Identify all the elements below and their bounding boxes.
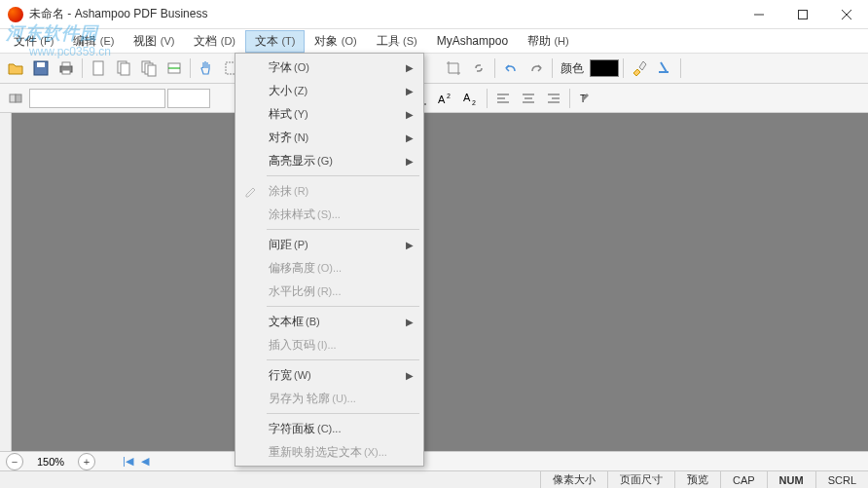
menu-help[interactable]: 帮助 (H) — [518, 30, 579, 53]
menu-item-save-as-outline[interactable]: 另存为 轮廓 (U)... — [237, 387, 421, 410]
menu-item-line-width[interactable]: 行宽 (W)▶ — [237, 363, 421, 387]
svg-rect-7 — [62, 62, 70, 66]
zoom-in-button[interactable]: + — [78, 453, 95, 470]
title-bar: 未命名 - Ashampoo PDF Business — [0, 0, 868, 29]
status-preview: 预览 — [674, 471, 720, 488]
svg-text:2: 2 — [447, 93, 451, 99]
color-label: 颜色 — [561, 60, 584, 77]
link-button[interactable] — [467, 56, 490, 80]
app-icon — [8, 7, 23, 22]
menu-item-font[interactable]: 字体 (O)▶ — [237, 56, 421, 79]
menu-text-dropdown: 字体 (O)▶ 大小 (Z)▶ 样式 (Y)▶ 对齐 (N)▶ 高亮显示 (G)… — [235, 53, 424, 467]
prev-page-button[interactable]: ◀ — [141, 455, 149, 468]
scan-button[interactable] — [163, 56, 186, 80]
menu-item-character-panel[interactable]: 字符面板 (C)... — [237, 417, 421, 440]
menu-bar: 文件 (F) 编辑 (E) 视图 (V) 文档 (D) 文本 (T) 对象 (O… — [0, 29, 868, 53]
copy-doc-button[interactable] — [112, 56, 135, 80]
svg-rect-19 — [16, 94, 21, 102]
submenu-arrow-icon: ▶ — [406, 86, 414, 96]
align-center-button[interactable] — [517, 87, 540, 110]
menu-item-insert-page-number[interactable]: 插入页码 (I)... — [237, 333, 421, 357]
subscript-button[interactable]: A2 — [459, 87, 483, 110]
menu-separator — [267, 229, 419, 230]
menu-item-horizontal-scale[interactable]: 水平比例 (R)... — [237, 280, 421, 303]
menu-text[interactable]: 文本 (T) — [245, 30, 305, 53]
submenu-arrow-icon: ▶ — [406, 109, 414, 120]
save-button[interactable] — [29, 56, 53, 80]
undo-button[interactable] — [499, 56, 523, 80]
separator — [623, 58, 624, 78]
menu-edit[interactable]: 编辑 (E) — [63, 30, 124, 53]
submenu-arrow-icon: ▶ — [406, 317, 414, 327]
menu-item-highlight[interactable]: 高亮显示 (G)▶ — [237, 149, 421, 172]
menu-separator — [267, 175, 419, 176]
menu-item-spacing[interactable]: 间距 (P)▶ — [237, 233, 421, 256]
font-size-input[interactable] — [167, 89, 210, 108]
menu-item-style[interactable]: 样式 (Y)▶ — [237, 102, 421, 126]
menu-myashampoo[interactable]: MyAshampoo — [427, 31, 518, 51]
pencil-icon — [243, 183, 259, 199]
separator — [552, 58, 553, 78]
window-buttons — [737, 0, 868, 29]
submenu-arrow-icon: ▶ — [406, 156, 414, 167]
hand-tool-button[interactable] — [195, 56, 218, 80]
status-page-size: 页面尺寸 — [607, 471, 674, 488]
separator — [487, 89, 488, 108]
svg-rect-11 — [121, 63, 129, 75]
separator — [82, 58, 83, 78]
svg-text:A: A — [463, 92, 471, 103]
font-family-input[interactable] — [29, 89, 165, 108]
separator — [494, 58, 495, 78]
menu-item-text-box[interactable]: 文本框 (B)▶ — [237, 310, 421, 333]
svg-rect-9 — [93, 61, 103, 75]
color-swatch[interactable] — [590, 59, 619, 77]
menu-file[interactable]: 文件 (F) — [4, 30, 63, 53]
align-left-button[interactable] — [491, 87, 515, 110]
menu-tools[interactable]: 工具 (S) — [367, 30, 427, 53]
document-canvas[interactable] — [12, 113, 868, 451]
menu-item-size[interactable]: 大小 (Z)▶ — [237, 79, 421, 102]
close-button[interactable] — [824, 0, 868, 29]
svg-text:2: 2 — [472, 99, 476, 106]
menu-separator — [267, 413, 419, 414]
svg-rect-5 — [37, 62, 45, 67]
multi-doc-button[interactable] — [137, 56, 161, 80]
zoom-out-button[interactable]: − — [6, 453, 23, 470]
menu-item-remap-selected-text[interactable]: 重新映射选定文本 (X)... — [237, 440, 421, 464]
menu-item-redact[interactable]: 涂抹 (R) — [237, 179, 421, 203]
status-bar: 像素大小 页面尺寸 预览 CAP NUM SCRL — [0, 470, 868, 488]
menu-item-align[interactable]: 对齐 (N)▶ — [237, 126, 421, 149]
svg-text:A: A — [438, 94, 446, 105]
redo-button[interactable] — [524, 56, 548, 80]
tab-toggle-button[interactable] — [4, 87, 27, 110]
status-cap: CAP — [720, 471, 767, 488]
menu-item-offset-height[interactable]: 偏移高度 (O)... — [237, 256, 421, 280]
marker-button[interactable] — [653, 56, 676, 80]
crop-button[interactable] — [442, 56, 465, 80]
svg-rect-18 — [10, 94, 16, 102]
new-doc-button[interactable] — [87, 56, 110, 80]
align-right-button[interactable] — [542, 87, 565, 110]
menu-separator — [267, 306, 419, 307]
menu-document[interactable]: 文档 (D) — [184, 30, 245, 53]
menu-object[interactable]: 对象 (O) — [305, 30, 366, 53]
open-button[interactable] — [4, 56, 27, 80]
submenu-arrow-icon: ▶ — [406, 370, 414, 381]
separator — [569, 89, 570, 108]
zoom-value[interactable]: 150% — [31, 456, 70, 468]
status-num: NUM — [767, 471, 815, 488]
menu-view[interactable]: 视图 (V) — [124, 30, 184, 53]
minimize-button[interactable] — [737, 0, 780, 29]
menu-separator — [267, 359, 419, 360]
first-page-button[interactable]: |◀ — [123, 455, 133, 468]
superscript-button[interactable]: A2 — [434, 87, 457, 110]
maximize-button[interactable] — [780, 0, 824, 29]
toolbar-main: 颜色 — [0, 53, 868, 84]
svg-rect-8 — [62, 70, 70, 74]
highlight-button[interactable] — [628, 56, 651, 80]
window-title: 未命名 - Ashampoo PDF Business — [29, 6, 737, 22]
menu-item-redact-style[interactable]: 涂抹样式 (S)... — [237, 203, 421, 226]
print-button[interactable] — [54, 56, 78, 80]
side-panel[interactable] — [0, 113, 12, 451]
text-settings-button[interactable]: T — [574, 87, 597, 110]
